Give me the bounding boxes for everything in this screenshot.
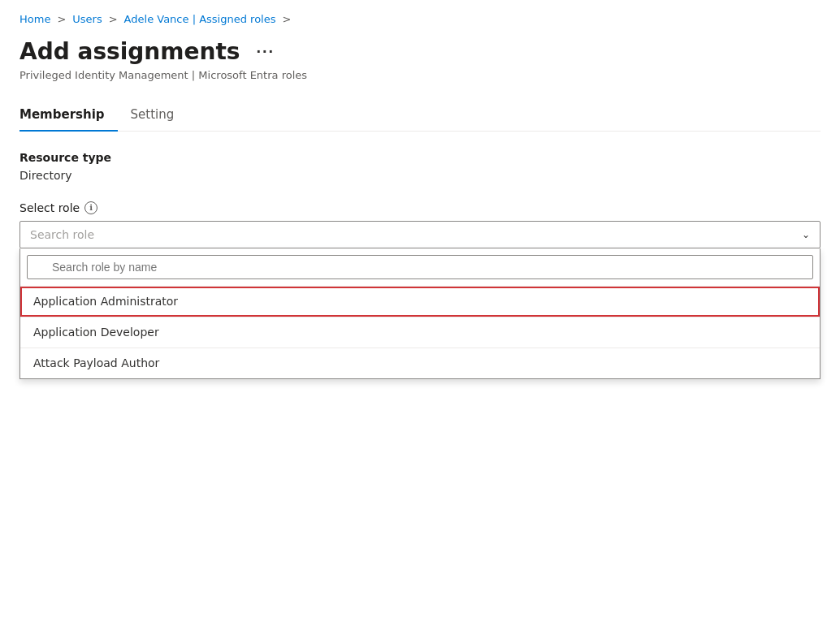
more-options-button[interactable]: ··· xyxy=(249,39,281,64)
tab-setting[interactable]: Setting xyxy=(131,101,188,132)
tabs-list: Membership Setting xyxy=(19,101,821,131)
dropdown-placeholder: Search role xyxy=(30,228,94,241)
form-section: Resource type Directory xyxy=(19,151,821,182)
search-box-container: 🔍 xyxy=(20,248,820,287)
resource-type-label: Resource type xyxy=(19,151,821,164)
dropdown-container: Search role ⌄ 🔍 Application Administrato… xyxy=(19,221,821,379)
role-item-application-developer[interactable]: Application Developer xyxy=(20,317,820,348)
page-header: Add assignments ··· xyxy=(19,38,821,66)
tabs-container: Membership Setting xyxy=(19,101,821,132)
dropdown-list: Application Administrator Application De… xyxy=(20,287,820,378)
breadcrumb-separator-1: > xyxy=(57,13,66,25)
tab-membership[interactable]: Membership xyxy=(19,101,118,132)
page-container: Home > Users > Adele Vance | Assigned ro… xyxy=(0,0,840,399)
breadcrumb-separator-2: > xyxy=(109,13,118,25)
role-item-attack-payload-author[interactable]: Attack Payload Author xyxy=(20,348,820,378)
select-role-section: Select role ℹ Search role ⌄ 🔍 xyxy=(19,201,821,379)
select-role-label-row: Select role ℹ xyxy=(19,201,821,214)
role-search-input[interactable] xyxy=(27,255,813,279)
breadcrumb: Home > Users > Adele Vance | Assigned ro… xyxy=(19,13,821,25)
chevron-down-icon: ⌄ xyxy=(802,229,810,240)
breadcrumb-home[interactable]: Home xyxy=(19,13,50,25)
role-item-application-administrator[interactable]: Application Administrator xyxy=(20,287,820,317)
breadcrumb-users[interactable]: Users xyxy=(72,13,102,25)
dropdown-panel: 🔍 Application Administrator Application … xyxy=(19,248,821,379)
info-icon[interactable]: ℹ xyxy=(84,201,97,214)
search-box-wrapper: 🔍 xyxy=(27,255,813,279)
search-role-dropdown[interactable]: Search role ⌄ xyxy=(19,221,821,248)
breadcrumb-separator-3: > xyxy=(282,13,291,25)
resource-type-value: Directory xyxy=(19,169,821,182)
page-title: Add assignments xyxy=(19,38,240,66)
page-subtitle: Privileged Identity Management | Microso… xyxy=(19,69,821,81)
breadcrumb-assigned-roles[interactable]: Adele Vance | Assigned roles xyxy=(124,13,276,25)
select-role-label: Select role xyxy=(19,201,80,214)
